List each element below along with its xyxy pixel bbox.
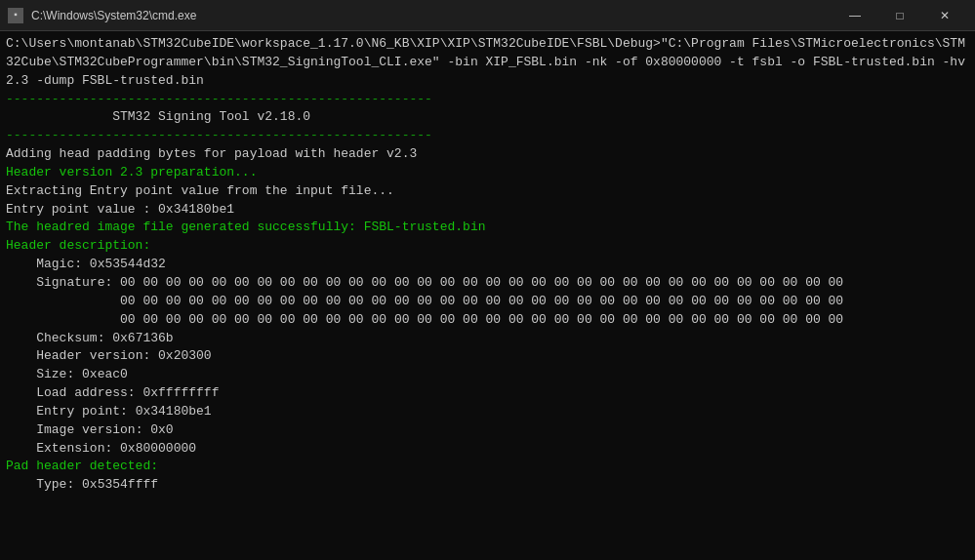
terminal-line: Header version 2.3 preparation... [6,164,969,182]
terminal-body: C:\Users\montanab\STM32CubeIDE\workspace… [0,31,975,560]
terminal-line: Type: 0x5354ffff [6,476,969,495]
window-controls: — □ ✕ [833,0,967,31]
title-bar-left: ▪ C:\Windows\System32\cmd.exe [8,8,196,23]
terminal-line: Magic: 0x53544d32 [6,256,969,274]
terminal-line: Adding head padding bytes for payload wi… [6,145,969,164]
terminal-line: Image version: 0x0 [6,421,969,440]
terminal-line: Checksum: 0x67136b [6,330,969,348]
minimize-button[interactable]: — [833,0,877,31]
terminal-line: Entry point value : 0x34180be1 [6,201,969,220]
title-bar: ▪ C:\Windows\System32\cmd.exe — □ ✕ [0,0,975,31]
window: ▪ C:\Windows\System32\cmd.exe — □ ✕ C:\U… [0,0,975,560]
terminal-line: Extension: 0x80000000 [6,440,969,459]
terminal-line: 00 00 00 00 00 00 00 00 00 00 00 00 00 0… [6,293,969,311]
terminal-line: Entry point: 0x34180be1 [6,403,969,421]
terminal-line: Extracting Entry point value from the in… [6,182,969,201]
terminal-line: Size: 0xeac0 [6,366,969,384]
terminal-line: Signature: 00 00 00 00 00 00 00 00 00 00… [6,274,969,293]
terminal-line: The headred image file generated success… [6,219,969,237]
window-title: C:\Windows\System32\cmd.exe [31,9,196,22]
terminal-line: ----------------------------------------… [6,127,969,145]
terminal-line: Header description: [6,237,969,256]
terminal-line: STM32 Signing Tool v2.18.0 [6,108,969,127]
cmd-icon: ▪ [8,8,23,23]
terminal-line: Load address: 0xffffffff [6,384,969,403]
terminal-line: Pad header detected: [6,458,969,476]
terminal-line: C:\Users\montanab\STM32CubeIDE\workspace… [6,35,969,91]
maximize-button[interactable]: □ [877,0,922,31]
terminal-line: Header version: 0x20300 [6,347,969,366]
terminal-line: 00 00 00 00 00 00 00 00 00 00 00 00 00 0… [6,311,969,330]
close-button[interactable]: ✕ [922,0,967,31]
terminal-line: ----------------------------------------… [6,91,969,109]
